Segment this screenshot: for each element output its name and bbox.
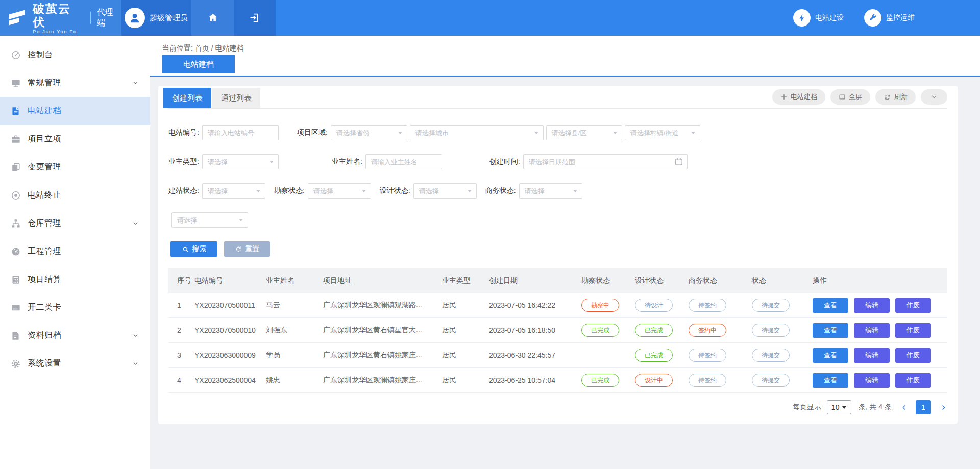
date-range-input[interactable] <box>523 154 688 169</box>
search-icon <box>182 245 189 253</box>
edit-button[interactable]: 编辑 <box>854 323 890 338</box>
list-tabs: 创建列表 通过列表 <box>163 86 260 108</box>
town-select[interactable] <box>625 125 700 140</box>
caret-down-icon <box>468 190 472 192</box>
per-page-label: 每页显示 <box>793 403 821 412</box>
sidebar-item-type2-card[interactable]: 开二类卡 <box>0 293 150 322</box>
breadcrumb-path: 首页 / 电站建档 <box>195 44 244 52</box>
sidebar-item-warehouse-mgmt[interactable]: 仓库管理 <box>0 209 150 237</box>
owner-name-input[interactable] <box>365 154 442 169</box>
survey-status-select[interactable] <box>308 183 371 199</box>
business-status-select[interactable] <box>519 183 582 199</box>
per-page-select[interactable]: 10 <box>827 400 851 414</box>
next-page-button[interactable] <box>940 404 947 411</box>
filter-label: 项目区域: <box>297 128 328 137</box>
sidebar-item-change-mgmt[interactable]: 变更管理 <box>0 153 150 181</box>
tab-create-list[interactable]: 创建列表 <box>163 88 211 108</box>
chevron-left-icon <box>900 404 908 411</box>
nav-station-build[interactable]: 电站建设 <box>793 9 844 27</box>
status-badge: 已完成 <box>581 374 619 387</box>
view-button[interactable]: 查看 <box>813 373 848 388</box>
current-page-button[interactable]: 1 <box>916 400 931 414</box>
void-button[interactable]: 作废 <box>895 298 931 313</box>
build-status-select[interactable] <box>202 183 265 199</box>
breadcrumb: 当前位置: 首页 / 电站建档 <box>150 36 980 55</box>
sidebar-item-project-approval[interactable]: 项目立项 <box>0 125 150 153</box>
district-select[interactable] <box>546 125 622 140</box>
user-menu[interactable]: 超级管理员 <box>121 0 191 36</box>
chevron-down-icon <box>930 93 938 101</box>
edit-button[interactable]: 编辑 <box>854 298 890 313</box>
copy-icon <box>11 162 21 172</box>
filter-label: 设计状态: <box>380 186 410 195</box>
caret-down-icon <box>534 132 538 134</box>
logout-icon <box>249 12 260 23</box>
calendar-icon <box>674 157 683 166</box>
create-station-button[interactable]: 电站建档 <box>772 89 825 105</box>
view-button[interactable]: 查看 <box>813 348 848 363</box>
status-badge: 待提交 <box>752 324 790 337</box>
lightning-icon <box>793 9 811 27</box>
caret-down-icon <box>613 132 617 134</box>
view-button[interactable]: 查看 <box>813 323 848 338</box>
brand-subtitle: Po Jian Yun Fu <box>33 29 83 34</box>
chevron-down-icon <box>132 360 139 367</box>
sidebar-item-system-settings[interactable]: 系统设置 <box>0 350 150 378</box>
reset-icon <box>235 245 242 253</box>
edit-button[interactable]: 编辑 <box>854 373 890 388</box>
owner-type-select[interactable] <box>202 154 279 169</box>
tab-passed-list[interactable]: 通过列表 <box>212 88 260 108</box>
view-button[interactable]: 查看 <box>813 298 848 313</box>
collapse-panel-button[interactable] <box>921 89 947 105</box>
person-icon <box>128 11 141 24</box>
sidebar-item-project-settlement[interactable]: 项目结算 <box>0 265 150 293</box>
table-header: 序号 电站编号 业主姓名 项目地址 业主类型 创建日期 勘察状态 设计状态 商务… <box>168 268 947 293</box>
refresh-button[interactable]: 刷新 <box>875 89 916 105</box>
document-icon <box>11 106 21 116</box>
archive-icon <box>11 331 21 341</box>
chevron-down-icon <box>132 332 139 339</box>
table-row: 3 YX2023063000009 学员 广东深圳龙华区黄石镇姚家庄... 居民… <box>168 343 947 368</box>
card-icon <box>11 303 21 313</box>
pagination: 每页显示 10 条, 共 4 条 1 <box>168 400 947 414</box>
prev-page-button[interactable] <box>900 404 908 411</box>
caret-down-icon <box>239 219 243 221</box>
sidebar-item-engineering-mgmt[interactable]: 工程管理 <box>0 237 150 265</box>
sidebar-item-station-archive[interactable]: 电站建档 <box>0 97 150 125</box>
nav-monitor-ops[interactable]: 监控运维 <box>864 9 915 27</box>
edit-button[interactable]: 编辑 <box>854 348 890 363</box>
logout-button[interactable] <box>234 0 276 36</box>
fullscreen-button[interactable]: 全屏 <box>830 89 870 105</box>
search-button[interactable]: 搜索 <box>170 241 217 257</box>
sidebar-item-station-termination[interactable]: 电站终止 <box>0 181 150 209</box>
brand-title: 破茧云伏 <box>33 2 83 29</box>
status-badge: 待设计 <box>635 299 673 312</box>
station-no-input[interactable] <box>202 125 279 140</box>
table-row: 4 YX2023062500004 姚忠 广东深圳龙华区观澜镇姚家庄... 居民… <box>168 368 947 393</box>
fullscreen-icon <box>839 93 846 101</box>
caret-down-icon <box>691 132 695 134</box>
gear-icon <box>11 359 21 369</box>
city-select[interactable] <box>410 125 544 140</box>
province-select[interactable] <box>331 125 407 140</box>
status-badge: 已完成 <box>581 324 619 337</box>
filter-label: 建站状态: <box>168 186 199 195</box>
sidebar-item-data-archive[interactable]: 资料归档 <box>0 322 150 350</box>
chevron-down-icon <box>132 80 139 86</box>
portal-label: 代理端 <box>97 7 121 29</box>
plus-icon <box>780 93 788 101</box>
void-button[interactable]: 作废 <box>895 373 931 388</box>
sidebar-item-general-mgmt[interactable]: 常规管理 <box>0 69 150 97</box>
owner-type2-select[interactable] <box>172 212 248 228</box>
void-button[interactable]: 作废 <box>895 348 931 363</box>
monitor-icon <box>11 78 21 88</box>
sidebar-item-console[interactable]: 控制台 <box>0 41 150 69</box>
total-count-label: 条, 共 4 条 <box>859 403 892 412</box>
sidebar: 控制台 常规管理 电站建档 项目立项 变更管理 电站终止 仓库管理 <box>0 36 150 469</box>
reset-button[interactable]: 重置 <box>224 241 270 257</box>
page-tab-station-archive[interactable]: 电站建档 <box>162 55 235 73</box>
void-button[interactable]: 作废 <box>895 323 931 338</box>
home-button[interactable] <box>191 0 234 36</box>
design-status-select[interactable] <box>413 183 477 199</box>
stations-table: 序号 电站编号 业主姓名 项目地址 业主类型 创建日期 勘察状态 设计状态 商务… <box>168 268 947 393</box>
